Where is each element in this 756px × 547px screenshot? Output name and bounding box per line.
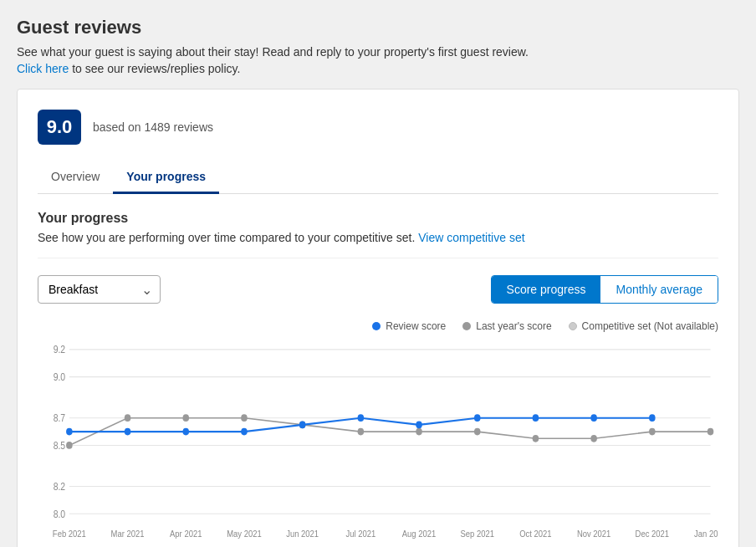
legend-review-label: Review score	[386, 320, 446, 332]
svg-text:Apr 2021: Apr 2021	[170, 529, 202, 539]
svg-point-46	[649, 414, 656, 422]
svg-text:Mar 2021: Mar 2021	[111, 529, 145, 539]
section-title: Your progress	[38, 211, 718, 226]
svg-point-24	[66, 442, 73, 449]
svg-point-41	[358, 414, 365, 422]
score-label: based on 1489 reviews	[93, 120, 213, 134]
svg-point-43	[474, 414, 481, 422]
svg-point-27	[241, 414, 248, 422]
policy-line: Click here to see our reviews/replies po…	[17, 62, 739, 75]
legend-competitive-label: Competitive set (Not available)	[582, 320, 718, 332]
section-desc: See how you are performing over time com…	[38, 231, 718, 244]
svg-point-32	[533, 435, 539, 442]
svg-point-45	[590, 414, 597, 422]
legend-dot-blue	[372, 322, 381, 330]
svg-text:May 2021: May 2021	[227, 529, 262, 539]
competitive-set-link[interactable]: View competitive set	[418, 231, 524, 244]
dropdown-wrapper: Breakfast Overall Comfort Facilities Cle…	[38, 275, 161, 304]
subtitle: See what your guest is saying about thei…	[17, 45, 739, 59]
click-here-link[interactable]: Click here	[17, 62, 69, 75]
svg-point-25	[125, 414, 131, 422]
score-progress-btn[interactable]: Score progress	[492, 276, 601, 303]
svg-text:Nov 2021: Nov 2021	[577, 529, 611, 539]
svg-point-42	[416, 422, 422, 429]
svg-text:Oct 2021: Oct 2021	[519, 529, 552, 539]
legend-competitive: Competitive set (Not available)	[569, 320, 718, 332]
svg-point-30	[416, 428, 422, 436]
line-chart: 9.29.08.78.58.28.0Feb 2021Mar 2021Apr 20…	[38, 340, 718, 541]
policy-text: to see our reviews/replies policy.	[69, 62, 240, 75]
svg-text:Aug 2021: Aug 2021	[402, 529, 437, 539]
legend-last-year: Last year's score	[462, 320, 551, 332]
svg-point-35	[707, 428, 714, 436]
main-card: 9.0 based on 1489 reviews Overview Your …	[17, 89, 739, 547]
page-title: Guest reviews	[17, 17, 739, 38]
svg-text:9.2: 9.2	[54, 345, 65, 355]
score-badge: 9.0	[38, 110, 81, 145]
svg-text:Jan 2022: Jan 2022	[694, 529, 718, 539]
legend-dot-light	[569, 322, 577, 330]
monthly-average-btn[interactable]: Monthly average	[600, 276, 718, 303]
svg-point-37	[125, 428, 131, 436]
view-toggle: Score progress Monthly average	[491, 275, 718, 304]
tab-your-progress[interactable]: Your progress	[113, 161, 219, 194]
controls-row: Breakfast Overall Comfort Facilities Cle…	[38, 275, 718, 304]
svg-text:9.0: 9.0	[54, 371, 65, 382]
svg-point-26	[182, 414, 189, 422]
svg-text:Sep 2021: Sep 2021	[460, 529, 494, 539]
svg-text:8.2: 8.2	[54, 481, 65, 492]
legend-review-score: Review score	[372, 320, 446, 332]
svg-text:8.7: 8.7	[54, 412, 65, 423]
svg-point-36	[66, 428, 73, 436]
svg-point-38	[182, 428, 189, 436]
svg-text:Dec 2021: Dec 2021	[636, 529, 670, 539]
tab-overview[interactable]: Overview	[38, 161, 113, 194]
svg-text:Jun 2021: Jun 2021	[286, 529, 319, 539]
svg-text:Feb 2021: Feb 2021	[53, 529, 86, 539]
chart-legend: Review score Last year's score Competiti…	[38, 320, 718, 332]
svg-text:Jul 2021: Jul 2021	[345, 529, 375, 539]
svg-point-31	[474, 428, 481, 436]
svg-point-34	[649, 428, 656, 436]
svg-text:8.5: 8.5	[54, 440, 65, 451]
category-dropdown[interactable]: Breakfast Overall Comfort Facilities Cle…	[38, 275, 161, 304]
svg-point-44	[533, 414, 539, 422]
svg-point-33	[590, 435, 597, 442]
svg-point-29	[358, 428, 365, 436]
tabs-bar: Overview Your progress	[38, 161, 718, 194]
svg-point-39	[241, 428, 248, 436]
svg-text:8.0: 8.0	[54, 509, 65, 519]
legend-dot-gray	[462, 322, 471, 330]
chart-area: 9.29.08.78.58.28.0Feb 2021Mar 2021Apr 20…	[38, 340, 718, 541]
score-header: 9.0 based on 1489 reviews	[38, 110, 718, 145]
legend-last-year-label: Last year's score	[476, 320, 551, 332]
svg-point-40	[299, 422, 306, 429]
